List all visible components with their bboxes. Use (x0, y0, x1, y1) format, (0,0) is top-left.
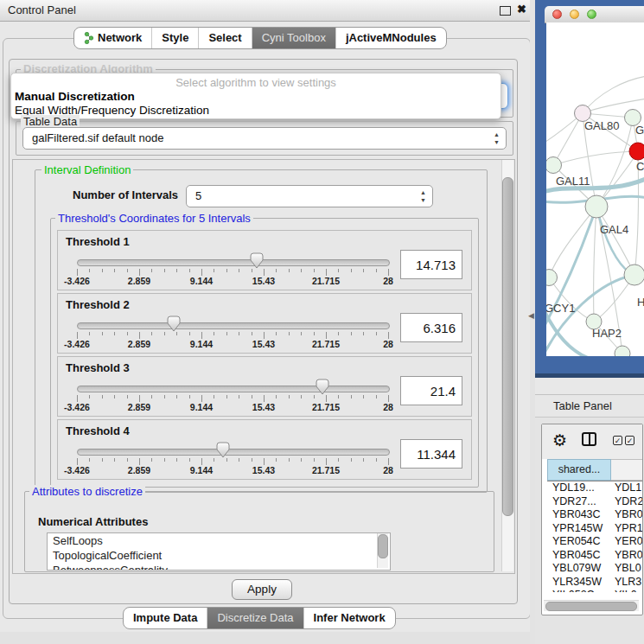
num-intervals-value: 5 (195, 186, 201, 207)
node-gal4[interactable] (585, 195, 608, 218)
tab-select[interactable]: Select (199, 28, 252, 48)
threshold-slider-thumb[interactable] (316, 379, 329, 395)
threshold-label: Threshold 4 (66, 424, 130, 437)
threshold-value-field[interactable]: 11.344 (400, 439, 462, 469)
slider-ticks (77, 269, 389, 276)
top-tabbar: Network Style Select Cyni Toolbox jActiv… (73, 27, 447, 49)
attributes-group-title: Attributes to discretize (29, 485, 145, 498)
node-label-hap2: HAP2 (592, 327, 622, 340)
table-row[interactable]: YBR043CYBR0 (547, 508, 643, 522)
node-label-c: C (636, 160, 644, 173)
interval-definition-title: Interval Definition (41, 163, 133, 176)
threshold-box: Threshold 2 -3.4262.8599.14415.4321.7152… (57, 293, 472, 354)
table-hscrollbar-thumb[interactable] (545, 602, 637, 611)
threshold-slider-thumb[interactable] (167, 316, 181, 332)
bottom-tabbar: Impute Data Discretize Data Infer Networ… (123, 607, 396, 629)
slider-tick-labels: -3.4262.8599.14415.4321.71528 (77, 402, 389, 412)
attribute-item[interactable]: TopologicalCoefficient (48, 548, 390, 563)
table-panel-header: Table Panel (535, 394, 644, 418)
node-gcy1[interactable] (546, 270, 558, 286)
table-panel-body: ⚙ ✓ ✓ shared... n YDL19...YDL1YDR27...YD… (535, 418, 644, 644)
num-intervals-combobox[interactable]: 5 ▲▼ (186, 185, 433, 207)
threshold-slider-track[interactable] (77, 386, 390, 392)
threshold-slider-thumb[interactable] (250, 252, 264, 269)
apply-button[interactable]: Apply (232, 579, 292, 600)
tab-discretize-data[interactable]: Discretize Data (207, 608, 303, 628)
table-panel-toolbar: ⚙ ✓ ✓ (542, 424, 642, 459)
tab-jactivemnodules[interactable]: jActiveMNodules (336, 28, 446, 48)
table-row[interactable]: YIL052CYIL0 (547, 589, 643, 592)
checkbox-icon[interactable]: ✓ (613, 436, 622, 445)
table-row[interactable]: YDR27...YDR2 (547, 495, 643, 509)
checkbox-icon[interactable]: ✓ (625, 436, 634, 445)
panel-title: Control Panel (8, 3, 76, 16)
tab-infer-network[interactable]: Infer Network (304, 608, 395, 628)
tab-cyni-toolbox[interactable]: Cyni Toolbox (252, 28, 336, 48)
threshold-label: Threshold 3 (66, 361, 130, 374)
split-pane-arrow-icon[interactable]: ◀ (528, 311, 534, 320)
dropdown-option-manual[interactable]: Manual Discretization (15, 90, 135, 103)
threshold-label: Threshold 2 (66, 298, 130, 311)
numerical-attributes-list[interactable]: SelfLoopsTopologicalCoefficientBetweenne… (47, 532, 391, 571)
column-header-shared[interactable]: shared... (547, 459, 611, 481)
table-data-title: Table Data (21, 115, 80, 128)
settings-scrollbar-thumb[interactable] (502, 177, 513, 516)
node-label-gal80: GAL80 (584, 119, 619, 132)
node-label-gal4: GAL4 (600, 223, 628, 236)
algorithm-dropdown-popup: Select algorithm to view settings Manual… (10, 73, 501, 119)
split-columns-icon[interactable] (582, 432, 596, 446)
table-hscrollbar[interactable] (544, 600, 639, 611)
node-gal11[interactable] (546, 157, 562, 174)
close-traffic-light-icon[interactable] (552, 10, 562, 19)
zoom-traffic-light-icon[interactable] (587, 10, 596, 19)
node-red-selected[interactable] (629, 143, 644, 160)
threshold-slider-track[interactable] (77, 259, 390, 266)
column-header-name[interactable]: n (611, 459, 643, 481)
table-row[interactable]: YLR345WYLR3 (547, 576, 643, 590)
threshold-slider-track[interactable] (77, 449, 390, 456)
panel-bottom-edge (0, 632, 535, 644)
threshold-slider-thumb[interactable] (216, 442, 230, 458)
threshold-value-field[interactable]: 21.4 (400, 376, 462, 405)
threshold-box: Threshold 3 -3.4262.8599.14415.4321.7152… (57, 356, 472, 417)
node-label-gal11: GAL11 (556, 175, 590, 188)
tab-network-label: Network (98, 28, 142, 48)
combo-stepper-icon: ▲▼ (494, 131, 500, 146)
close-icon[interactable]: ✖ (517, 3, 526, 16)
table-data-value: galFiltered.sif default node (32, 128, 163, 149)
control-panel-titlebar: Control Panel ✖ (0, 0, 535, 22)
attributes-scrollbar-thumb[interactable] (378, 534, 388, 558)
tab-style[interactable]: Style (152, 28, 199, 48)
slider-tick-labels: -3.4262.8599.14415.4321.71528 (77, 339, 389, 349)
table-row[interactable]: YER054CYER0 (547, 535, 643, 549)
float-window-icon[interactable] (500, 6, 511, 16)
table-row[interactable]: YBR045CYBR0 (547, 549, 643, 563)
threshold-value-field[interactable]: 6.316 (400, 313, 462, 342)
node-table-header: shared... n (547, 459, 643, 481)
attribute-item[interactable]: SelfLoops (48, 533, 390, 548)
thresholds-group-title: Threshold's Coordinates for 5 Intervals (55, 212, 253, 225)
threshold-box: Threshold 4 -3.4262.8599.14415.4321.7152… (57, 419, 472, 480)
tab-impute-data[interactable]: Impute Data (124, 608, 207, 628)
tab-network[interactable]: Network (74, 28, 152, 48)
threshold-box: Threshold 1 -3.4262.8599.14415.4321.7152… (57, 230, 472, 290)
table-panel-box: ⚙ ✓ ✓ shared... n YDL19...YDL1YDR27...YD… (541, 424, 643, 615)
table-row[interactable]: YDL19...YDL1 (547, 481, 643, 495)
node-label-gcy1: GCY1 (546, 302, 575, 315)
table-row[interactable]: YPR145WYPR1 (547, 522, 643, 536)
combo-stepper-icon: ▲▼ (420, 188, 426, 204)
network-tab-icon (84, 32, 94, 44)
table-row[interactable]: YBL079WYBL0 (547, 562, 643, 576)
threshold-value-field[interactable]: 14.713 (400, 250, 462, 279)
threshold-slider-track[interactable] (77, 322, 390, 329)
minimize-traffic-light-icon[interactable] (570, 10, 579, 19)
network-window-titlebar[interactable] (545, 6, 644, 23)
attribute-item[interactable]: BetweennessCentrality (48, 563, 390, 571)
node-label-h: H (637, 296, 644, 309)
slider-ticks (77, 332, 389, 339)
network-canvas[interactable]: GAL80 GA C GAL11 GAL4 GCY1 H HAP2 (546, 22, 644, 356)
node-right[interactable] (624, 265, 644, 285)
gear-icon[interactable]: ⚙ (552, 430, 567, 450)
slider-tick-labels: -3.4262.8599.14415.4321.71528 (77, 276, 389, 286)
table-data-combobox[interactable]: galFiltered.sif default node ▲▼ (22, 127, 507, 150)
